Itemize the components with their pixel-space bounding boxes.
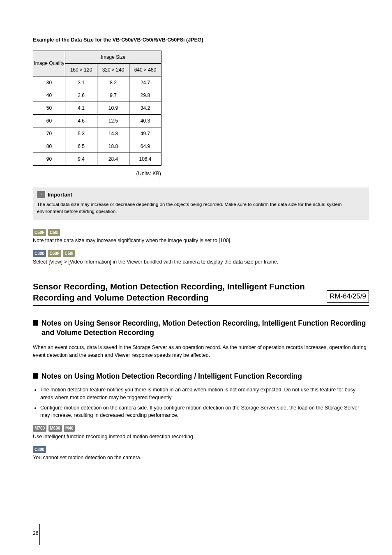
badge-c50f: C50F (33, 229, 46, 236)
data-size-table: Image Quality Image Size 160 × 120 320 ×… (33, 51, 161, 166)
table-row: 504.110.934.2 (33, 102, 161, 114)
size-col-1: 320 × 240 (97, 63, 129, 76)
bullet-2: Configure motion detection on the camera… (40, 404, 369, 420)
cell-quality: 70 (33, 127, 65, 140)
cell-quality: 50 (33, 102, 65, 114)
important-icon: ! (37, 191, 45, 198)
cell-value: 106.4 (129, 153, 161, 165)
cell-value: 9.7 (97, 89, 129, 102)
cell-value: 29.8 (129, 89, 161, 102)
badge-c50i: C50i (48, 229, 60, 236)
cell-quality: 40 (33, 89, 65, 102)
note-a-badges: M700 M600 M40 (33, 424, 369, 432)
table-row: 909.428.4106.4 (33, 153, 161, 165)
subheading-2: Notes on Using Motion Detection Recordin… (33, 372, 369, 382)
bullet-1: The motion detection feature notifies yo… (40, 386, 369, 402)
cell-quality: 60 (33, 114, 65, 127)
badge-c50i: C50i (63, 250, 75, 257)
header-size: Image Size (65, 51, 161, 63)
cell-value: 64.9 (129, 140, 161, 153)
important-label: Important (48, 191, 72, 199)
note2-text: Select [View] > [Video Information] in t… (33, 258, 369, 266)
bullet-list: The motion detection feature notifies yo… (33, 386, 369, 419)
badge-m600: M600 (48, 425, 62, 432)
cell-value: 8.2 (97, 76, 129, 89)
cell-value: 9.4 (65, 153, 97, 165)
subheading-1-title: Notes on Using Sensor Recording, Motion … (42, 319, 369, 338)
units-label: (Units: KB) (33, 170, 161, 178)
section-title: Sensor Recording, Motion Detection Recor… (33, 281, 327, 303)
table-row: 303.18.224.7 (33, 76, 161, 89)
cell-value: 6.5 (65, 140, 97, 153)
table-title: Example of the Data Size for the VB-C50i… (33, 36, 369, 44)
cell-value: 24.7 (129, 76, 161, 89)
table-row: 604.612.540.3 (33, 114, 161, 127)
table-row: 806.518.864.9 (33, 140, 161, 153)
cell-value: 3.1 (65, 76, 97, 89)
cell-value: 12.5 (97, 114, 129, 127)
badge-m700: M700 (33, 425, 46, 432)
cell-value: 34.2 (129, 102, 161, 114)
rm-badge: RM-64/25/9 (327, 290, 369, 303)
cell-quality: 90 (33, 153, 65, 165)
badge-c300: C300 (33, 250, 46, 257)
cell-quality: 30 (33, 76, 65, 89)
page-number: 26 (33, 530, 38, 537)
cell-value: 4.6 (65, 114, 97, 127)
header-quality: Image Quality (33, 51, 65, 76)
subheading-1-text: When an event occurs, data is saved in t… (33, 344, 369, 359)
note1-text: Note that the data size may increase sig… (33, 237, 369, 245)
cell-value: 10.9 (97, 102, 129, 114)
badge-m40: M40 (64, 425, 75, 432)
cell-value: 49.7 (129, 127, 161, 140)
important-text: The actual data size may increase or dec… (37, 201, 365, 215)
cell-value: 3.6 (65, 89, 97, 102)
note-a-text: Use intelligent function recording inste… (33, 433, 369, 441)
size-col-0: 160 × 120 (65, 63, 97, 76)
section-header: Sensor Recording, Motion Detection Recor… (33, 281, 369, 306)
cell-value: 5.3 (65, 127, 97, 140)
important-box: ! Important The actual data size may inc… (33, 187, 369, 220)
badge-c50f: C50F (48, 250, 61, 257)
square-bullet-icon (33, 373, 38, 379)
table-row: 403.69.729.8 (33, 89, 161, 102)
cell-value: 28.4 (97, 153, 129, 165)
subheading-2-title: Notes on Using Motion Detection Recordin… (42, 372, 302, 382)
cell-value: 40.3 (129, 114, 161, 127)
cell-quality: 80 (33, 140, 65, 153)
table-row: 705.314.849.7 (33, 127, 161, 140)
cell-value: 4.1 (65, 102, 97, 114)
note-b-badges: C300 (33, 446, 369, 453)
cell-value: 18.8 (97, 140, 129, 153)
size-col-2: 640 × 480 (129, 63, 161, 76)
badge-c300: C300 (33, 446, 46, 453)
page-divider (39, 524, 40, 545)
subheading-1: Notes on Using Sensor Recording, Motion … (33, 319, 369, 338)
square-bullet-icon (33, 320, 38, 326)
cell-value: 14.8 (97, 127, 129, 140)
note-b-text: You cannot set motion detection on the c… (33, 454, 369, 462)
note1-badges: C50F C50i (33, 229, 369, 236)
note2-badges: C300 C50F C50i (33, 250, 369, 257)
